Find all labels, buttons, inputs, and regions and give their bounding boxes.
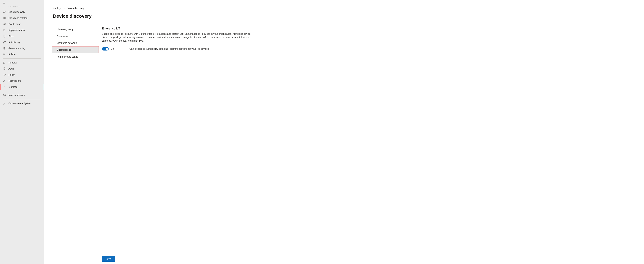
toggle-description: Gain access to vulnerability data and re…	[130, 47, 209, 50]
sidebar-item-cloud-app-catalog[interactable]: Cloud app catalog	[0, 15, 44, 21]
sidebar-item-cloud-apps[interactable]: Cloud apps	[0, 5, 44, 8]
nav-divider	[3, 91, 41, 91]
sidebar: Cloud apps Cloud discovery Cloud app cat…	[0, 0, 44, 264]
secondary-nav: Discovery setup Exclusions Monitored net…	[52, 23, 99, 264]
cloud-discovery-icon	[3, 10, 6, 13]
sidebar-label: Customize navigation	[8, 102, 41, 105]
secnav-item-enterprise-iot[interactable]: Enterprise IoT	[52, 46, 99, 53]
sidebar-label: Governance log	[8, 47, 41, 50]
sidebar-label: Cloud app catalog	[8, 17, 41, 19]
svg-point-7	[5, 23, 6, 24]
sidebar-item-activity-log[interactable]: Activity log	[0, 39, 44, 45]
sidebar-item-governance-log[interactable]: Governance log	[0, 45, 44, 51]
sidebar-label: App governance	[8, 29, 41, 31]
key-icon	[3, 79, 6, 82]
sidebar-item-files[interactable]: Files	[0, 33, 44, 39]
clipboard-icon	[3, 47, 6, 50]
hamburger-menu[interactable]	[0, 0, 44, 5]
svg-point-17	[4, 81, 4, 82]
sidebar-label: Audit	[8, 67, 41, 70]
hamburger-icon	[3, 1, 6, 4]
svg-point-8	[5, 24, 6, 25]
sidebar-item-policies[interactable]: Policies	[0, 51, 44, 57]
gear-icon	[3, 85, 6, 88]
enterprise-iot-toggle[interactable]	[102, 47, 109, 50]
sidebar-item-more-resources[interactable]: More resources	[0, 92, 44, 98]
clipboard-icon	[3, 29, 6, 32]
svg-rect-5	[4, 18, 6, 19]
svg-point-13	[4, 54, 4, 54]
main-content: Settings Device discovery Device discove…	[44, 0, 644, 264]
secnav-item-monitored-networks[interactable]: Monitored networks	[52, 40, 99, 46]
sidebar-item-permissions[interactable]: Permissions	[0, 78, 44, 84]
breadcrumb-root[interactable]: Settings	[53, 7, 62, 10]
sidebar-item-oauth-apps[interactable]: OAuth apps	[0, 21, 44, 27]
info-icon	[3, 94, 6, 97]
svg-rect-2	[4, 17, 4, 18]
pencil-icon	[3, 102, 6, 105]
chevron-down-icon	[39, 53, 41, 56]
svg-point-15	[4, 55, 4, 55]
sliders-icon	[3, 53, 6, 56]
sidebar-item-cloud-discovery[interactable]: Cloud discovery	[0, 9, 44, 15]
svg-point-14	[5, 54, 5, 55]
detail-description: Enable enterprise IoT security with Defe…	[102, 32, 257, 42]
svg-point-6	[4, 24, 4, 25]
page-title: Device discovery	[44, 12, 644, 23]
breadcrumb-current: Device discovery	[67, 7, 84, 10]
sidebar-item-reports[interactable]: Reports	[0, 60, 44, 66]
chart-icon	[3, 61, 6, 64]
toggle-knob	[106, 48, 108, 50]
heart-icon	[3, 73, 6, 76]
secnav-item-discovery-setup[interactable]: Discovery setup	[52, 26, 99, 33]
svg-point-18	[4, 87, 6, 87]
sidebar-label: Cloud apps	[8, 6, 41, 7]
nav-divider	[3, 58, 41, 59]
audit-icon	[3, 67, 6, 70]
sidebar-label: Files	[8, 35, 41, 37]
sidebar-item-settings[interactable]: Settings	[0, 84, 43, 90]
sidebar-item-app-governance[interactable]: App governance	[0, 27, 44, 33]
breadcrumb: Settings Device discovery	[44, 0, 644, 12]
sidebar-label: Activity log	[8, 41, 41, 44]
catalog-icon	[3, 16, 6, 19]
toggle-row: On Gain access to vulnerability data and…	[102, 47, 640, 50]
save-button[interactable]: Save	[102, 256, 115, 262]
sidebar-label: Cloud discovery	[8, 11, 41, 13]
secnav-item-exclusions[interactable]: Exclusions	[52, 33, 99, 40]
detail-pane: Enterprise IoT Enable enterprise IoT sec…	[99, 23, 640, 264]
svg-rect-3	[4, 17, 6, 18]
sidebar-label: Health	[8, 73, 41, 76]
sidebar-label: Reports	[8, 61, 41, 64]
svg-rect-4	[4, 18, 4, 19]
svg-point-16	[4, 69, 5, 70]
sidebar-label: Permissions	[8, 79, 41, 82]
chevron-right-icon	[63, 7, 65, 10]
file-icon	[3, 35, 6, 38]
sidebar-item-health[interactable]: Health	[0, 72, 44, 78]
sidebar-item-audit[interactable]: Audit	[0, 66, 44, 72]
nav-divider	[3, 99, 41, 99]
sidebar-label: Policies	[8, 53, 36, 56]
secnav-item-authenticated-scans[interactable]: Authenticated scans	[52, 53, 99, 60]
detail-footer: Save	[102, 254, 640, 264]
oauth-icon	[3, 22, 6, 26]
sidebar-label: Settings	[9, 86, 40, 88]
sidebar-item-customize-navigation[interactable]: Customize navigation	[0, 100, 44, 106]
sidebar-label: OAuth apps	[8, 23, 41, 25]
link-icon	[3, 41, 6, 44]
detail-heading: Enterprise IoT	[102, 27, 640, 30]
sidebar-label: More resources	[8, 94, 41, 97]
toggle-state-label: On	[111, 47, 114, 50]
